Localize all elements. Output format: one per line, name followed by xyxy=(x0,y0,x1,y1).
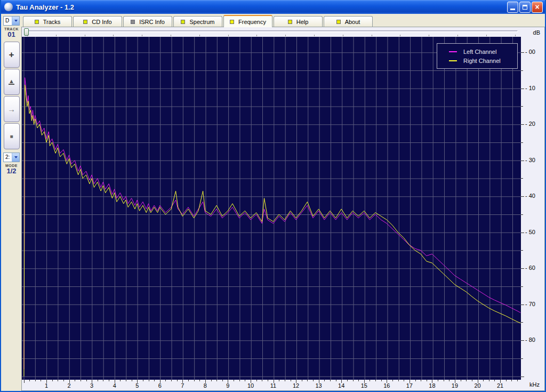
legend-entry: Right Channel xyxy=(449,56,517,65)
x-axis-label: 13 xyxy=(315,382,322,389)
flag-icon xyxy=(288,20,292,24)
x-axis-tick xyxy=(336,380,336,381)
flag-icon xyxy=(181,20,185,24)
y-axis-label: - 80 xyxy=(525,337,535,343)
x-axis-label: 12 xyxy=(293,382,299,389)
tab-about[interactable]: About xyxy=(324,16,373,27)
x-axis-label: 11 xyxy=(270,382,276,389)
mode-group: 2: MODE 1/2 xyxy=(3,153,20,177)
flag-icon xyxy=(83,20,87,24)
x-axis-label: 20 xyxy=(474,382,480,389)
y-axis-tick xyxy=(521,106,523,107)
x-axis-label: 7 xyxy=(181,382,184,389)
x-axis-tick xyxy=(98,380,98,381)
y-axis-tick xyxy=(521,142,523,143)
tab-help[interactable]: Help xyxy=(274,16,323,27)
app-icon xyxy=(4,3,13,11)
tab-isrc-info[interactable]: ISRC Info xyxy=(123,16,172,27)
eject-button[interactable]: ▲ xyxy=(4,69,20,95)
main-content: TracksCD InfoISRC InfoSpectrumFrequencyH… xyxy=(21,14,545,391)
x-axis-tick xyxy=(302,380,302,381)
y-axis-tick xyxy=(521,52,524,53)
slider-tick xyxy=(142,35,142,36)
chevron-down-icon xyxy=(14,20,18,22)
close-button[interactable]: × xyxy=(532,2,543,13)
mode-selector[interactable]: 2: xyxy=(3,153,20,162)
y-axis-tick xyxy=(521,124,524,125)
minimize-button[interactable] xyxy=(507,2,518,13)
x-axis-tick xyxy=(370,380,370,381)
x-axis-tick xyxy=(35,380,36,381)
x-axis-tick xyxy=(392,380,393,381)
x-axis-tick xyxy=(511,380,512,381)
y-axis-tick xyxy=(521,322,523,323)
x-axis-tick xyxy=(154,380,155,381)
slider-tick xyxy=(457,35,458,36)
x-axis-label: 5 xyxy=(135,382,139,389)
x-axis-tick xyxy=(177,380,178,381)
tab-label: Frequency xyxy=(238,19,266,25)
x-axis-label: 21 xyxy=(497,382,503,389)
flag-icon xyxy=(336,20,341,24)
x-axis-tick xyxy=(109,380,109,381)
tab-frequency[interactable]: Frequency xyxy=(223,15,272,27)
slider-thumb[interactable] xyxy=(24,28,29,36)
slider-tick xyxy=(429,35,429,36)
x-axis-tick xyxy=(381,380,382,381)
y-axis-label: - 50 xyxy=(525,229,535,235)
slider-tick xyxy=(56,35,57,36)
y-axis-tick xyxy=(521,250,523,251)
x-axis-tick xyxy=(483,380,484,381)
x-axis-tick xyxy=(58,380,58,381)
y-axis-label: - 30 xyxy=(525,157,535,163)
slider-tick xyxy=(113,35,114,36)
x-axis-tick xyxy=(472,380,472,381)
mode-selector-value: 2: xyxy=(4,153,12,162)
tab-label: About xyxy=(345,19,360,25)
x-axis-tick xyxy=(234,380,234,381)
next-icon: → xyxy=(7,105,15,114)
y-axis-tick xyxy=(521,70,523,71)
drive-selector-dropdown[interactable] xyxy=(12,17,19,25)
mode-value: 1/2 xyxy=(6,167,16,175)
title-bar[interactable]: Tau Analyzer - 1.2 × xyxy=(1,0,545,14)
tab-cd-info[interactable]: CD Info xyxy=(73,16,122,27)
legend-swatch xyxy=(449,60,457,61)
x-axis-tick xyxy=(506,380,507,381)
x-axis-tick xyxy=(489,380,489,381)
spectrum-curves xyxy=(22,37,522,381)
y-axis: dB kHz - 00- 10- 20- 30- 40- 50- 60- 70-… xyxy=(521,27,544,390)
x-axis-label: 8 xyxy=(204,382,207,389)
window-title: Tau Analyzer - 1.2 xyxy=(16,3,506,11)
right-channel-curve xyxy=(24,85,520,377)
x-axis-tick xyxy=(427,380,427,381)
tab-spectrum[interactable]: Spectrum xyxy=(173,16,222,27)
slider-tick xyxy=(199,35,200,36)
position-slider[interactable] xyxy=(22,27,522,37)
y-axis-tick xyxy=(521,286,523,287)
x-axis-tick xyxy=(120,380,121,381)
x-axis-tick xyxy=(415,380,416,381)
mode-selector-dropdown[interactable] xyxy=(12,153,19,162)
add-button[interactable]: + xyxy=(4,42,20,68)
slider-tick xyxy=(372,35,372,36)
x-axis-tick xyxy=(353,380,354,381)
x-axis-tick xyxy=(86,380,87,381)
next-button[interactable]: → xyxy=(4,96,20,122)
legend-swatch xyxy=(449,51,457,52)
x-axis-tick xyxy=(517,380,518,381)
stop-button[interactable]: ■ xyxy=(4,123,20,149)
x-axis-tick xyxy=(347,380,348,381)
x-axis-tick xyxy=(222,380,223,381)
slider-tick xyxy=(314,35,315,36)
restore-button[interactable] xyxy=(519,2,531,13)
x-axis-tick xyxy=(188,380,189,381)
y-axis-tick xyxy=(521,233,524,233)
minimize-icon xyxy=(510,9,515,10)
x-axis-tick xyxy=(375,380,376,381)
tab-tracks[interactable]: Tracks xyxy=(23,16,72,27)
slider-tick xyxy=(285,35,286,36)
drive-selector[interactable]: D xyxy=(3,16,20,26)
slider-track[interactable] xyxy=(25,30,518,33)
x-axis-tick xyxy=(268,380,268,381)
